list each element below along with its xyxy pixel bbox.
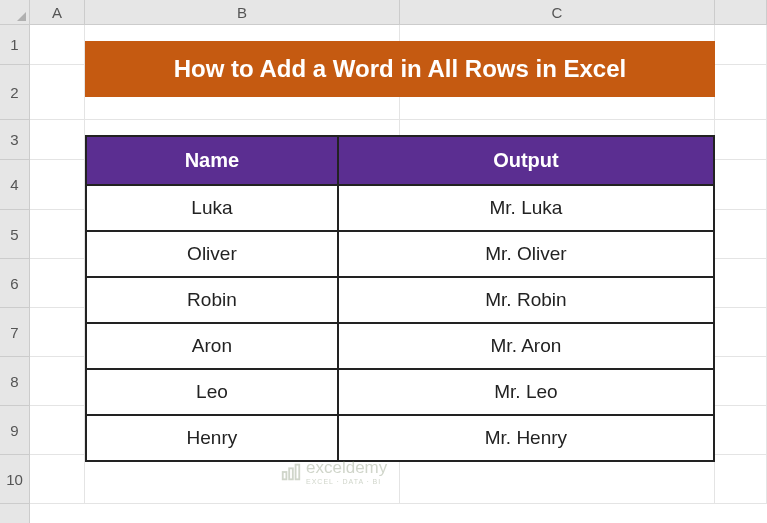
svg-rect-2 [296, 464, 300, 479]
header-name[interactable]: Name [86, 136, 338, 185]
column-headers: ABC [30, 0, 767, 25]
column-header[interactable] [715, 0, 767, 24]
svg-rect-1 [289, 468, 293, 479]
cell-name[interactable]: Luka [86, 185, 338, 231]
table-row: OliverMr. Oliver [86, 231, 714, 277]
page-title: How to Add a Word in All Rows in Excel [85, 41, 715, 97]
watermark-brand: exceldemy [306, 458, 387, 478]
cell-output[interactable]: Mr. Robin [338, 277, 714, 323]
worksheet-content: How to Add a Word in All Rows in Excel N… [30, 25, 767, 523]
cell-output[interactable]: Mr. Oliver [338, 231, 714, 277]
column-header[interactable]: A [30, 0, 85, 24]
row-headers: 12345678910 [0, 25, 30, 523]
column-header[interactable]: B [85, 0, 400, 24]
table-row: AronMr. Aron [86, 323, 714, 369]
row-header[interactable]: 3 [0, 120, 29, 160]
cell-name[interactable]: Oliver [86, 231, 338, 277]
table-row: RobinMr. Robin [86, 277, 714, 323]
row-header[interactable]: 5 [0, 210, 29, 259]
cell-name[interactable]: Aron [86, 323, 338, 369]
row-header[interactable]: 6 [0, 259, 29, 308]
row-header[interactable]: 8 [0, 357, 29, 406]
row-header[interactable]: 4 [0, 160, 29, 210]
header-output[interactable]: Output [338, 136, 714, 185]
svg-rect-0 [283, 472, 287, 479]
cell-name[interactable]: Leo [86, 369, 338, 415]
cell-name[interactable]: Robin [86, 277, 338, 323]
cell-output[interactable]: Mr. Aron [338, 323, 714, 369]
cell-output[interactable]: Mr. Luka [338, 185, 714, 231]
cell-output[interactable]: Mr. Henry [338, 415, 714, 461]
row-header[interactable]: 7 [0, 308, 29, 357]
watermark-tagline: EXCEL · DATA · BI [306, 478, 387, 485]
row-header[interactable]: 9 [0, 406, 29, 455]
table-row: LukaMr. Luka [86, 185, 714, 231]
chart-icon [280, 461, 302, 483]
table-header-row: Name Output [86, 136, 714, 185]
cell-output[interactable]: Mr. Leo [338, 369, 714, 415]
row-header[interactable]: 1 [0, 25, 29, 65]
table-body: LukaMr. LukaOliverMr. OliverRobinMr. Rob… [86, 185, 714, 461]
table-row: HenryMr. Henry [86, 415, 714, 461]
select-all-button[interactable] [0, 0, 30, 25]
column-header[interactable]: C [400, 0, 715, 24]
cell-name[interactable]: Henry [86, 415, 338, 461]
watermark: exceldemy EXCEL · DATA · BI [280, 458, 387, 485]
data-table: Name Output LukaMr. LukaOliverMr. Oliver… [85, 135, 715, 462]
row-header[interactable]: 2 [0, 65, 29, 120]
row-header[interactable]: 10 [0, 455, 29, 504]
table-row: LeoMr. Leo [86, 369, 714, 415]
